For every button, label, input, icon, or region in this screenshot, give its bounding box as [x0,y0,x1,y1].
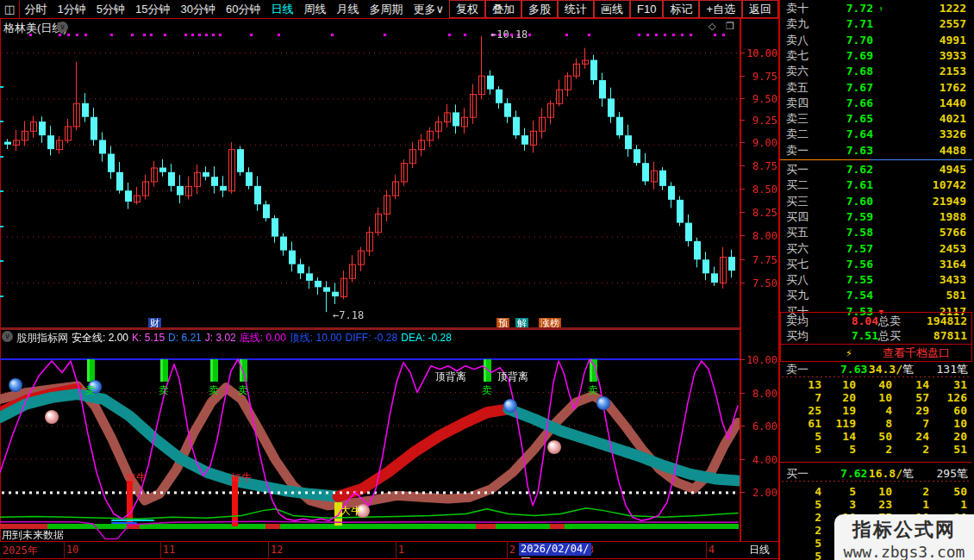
level-volume: 3433 [940,272,966,288]
period-tab-多周期[interactable]: 多周期 [364,1,408,18]
sell-row-卖三[interactable]: 卖三7.654021 [780,111,972,127]
total-sell-label: 总卖 [878,314,901,328]
timeline-4: 4 [709,544,715,556]
detail-cell: 2 [922,444,929,456]
sell-row-卖十[interactable]: 卖十7.721222↑ [780,1,972,16]
buy-row-买六[interactable]: 买六7.572453 [780,241,972,257]
level-price[interactable]: 7.67 [846,80,873,96]
level-price[interactable]: 7.72 [846,1,873,16]
candlestick-chart[interactable] [0,19,741,329]
detail-cell: 57 [915,392,929,404]
buy-detail-label: 买一 [786,467,809,481]
sell-row-卖二[interactable]: 卖二7.643326 [780,127,972,142]
buy-row-买八[interactable]: 买八7.553433 [780,272,972,288]
buy-row-买七[interactable]: 买七7.563164 [780,257,972,272]
level-price[interactable]: 7.68 [846,64,873,79]
level-price[interactable]: 7.57 [846,241,873,257]
period-tab-更多∨[interactable]: 更多∨ [408,1,449,18]
period-tab-周线[interactable]: 周线 [298,1,331,18]
action-button-+自选[interactable]: +自选 [699,0,742,18]
detail-cell: 2 [815,512,821,524]
timeline-separator [507,541,508,558]
view-thousand-levels-button[interactable]: ⚡ 查看千档盘口 [780,344,972,362]
period-tab-分时[interactable]: 分时 [20,1,53,18]
period-tab-1分钟[interactable]: 1分钟 [53,1,91,18]
level-price[interactable]: 7.62 [846,162,873,177]
period-tab-5分钟[interactable]: 5分钟 [91,1,130,18]
price-tick-8.00: 8.00 [743,230,777,242]
level-label: 买九 [786,288,809,303]
current-period-label[interactable]: 日线 [740,541,780,558]
level-price[interactable]: 7.58 [846,225,873,240]
action-button-复权[interactable]: 复权 [449,0,485,18]
detail-cell: 5 [815,499,821,511]
buy-row-买四[interactable]: 买四7.591988 [780,209,972,225]
sell-row-卖四[interactable]: 卖四7.661440 [780,96,972,111]
level-price[interactable]: 7.71 [846,16,873,32]
action-button-返回[interactable]: 返回 [742,0,778,18]
detail-cell: 40 [878,379,892,391]
action-button-叠加[interactable]: 叠加 [485,0,521,18]
sell-signal-label: 卖 [159,383,169,398]
level-price[interactable]: 7.61 [846,177,873,193]
period-tab-月线[interactable]: 月线 [331,1,364,18]
period-tab-30分钟[interactable]: 30分钟 [176,1,221,18]
period-tab-日线[interactable]: 日线 [265,1,298,18]
timeline-separator [160,541,161,558]
indicator-panel[interactable] [0,343,740,541]
buy-row-买一[interactable]: 买一7.624945 [780,162,972,177]
left-tick [0,156,3,158]
sell-avg-label: 卖均 [786,314,809,328]
buy-row-买五[interactable]: 买五7.585766 [780,225,972,240]
action-button-标记[interactable]: 标记 [663,0,699,18]
action-button-画线[interactable]: 画线 [594,0,630,18]
level-price[interactable]: 7.54 [846,288,873,303]
sell-per-order: 34.3/笔 [869,363,914,376]
order-book-panel: 卖十7.721222↑卖九7.712557卖八7.704991卖七7.69393… [780,0,974,560]
sell-row-卖七[interactable]: 卖七7.693933 [780,48,972,64]
level-volume: 3164 [940,257,966,272]
detail-cell: 10 [878,392,892,404]
level-price[interactable]: 7.64 [846,127,873,142]
level-price[interactable]: 7.63 [846,143,873,159]
indicator-collapse-icon[interactable]: ∨ [2,331,13,342]
level-price[interactable]: 7.59 [846,209,873,225]
period-tab-60分钟[interactable]: 60分钟 [221,1,265,18]
timeline-bottom-border [0,558,780,559]
level-price[interactable]: 7.65 [846,111,873,127]
window-icon[interactable]: ◫ [0,1,20,18]
level-price[interactable]: 7.60 [846,194,873,209]
level-volume: 1762 [940,80,966,96]
detail-row: 552251 [780,444,972,456]
buy-detail-price: 7.62 [840,467,867,481]
level-price[interactable]: 7.55 [846,272,873,288]
action-button-统计[interactable]: 统计 [558,0,594,18]
axis-tick [740,165,745,166]
level-price[interactable]: 7.56 [846,257,873,272]
low-price-annotation: ←7.18 [333,309,364,321]
indicator-tick-10.00: 10.00 [743,354,777,366]
indicator-tick-6.00: 6.00 [743,420,777,432]
sell-row-卖六[interactable]: 卖六7.682153 [780,64,972,79]
sell-row-卖九[interactable]: 卖九7.712557 [780,16,972,32]
sell-row-卖八[interactable]: 卖八7.704991 [780,33,972,48]
buy-row-买九[interactable]: 买九7.54581 [780,288,972,303]
price-tick-8.25: 8.25 [743,207,777,219]
price-tick-9.75: 9.75 [743,71,777,83]
detail-cell: 2 [885,444,892,456]
detail-cell: 4 [885,405,892,417]
level-label: 买三 [786,194,809,209]
buy-row-买二[interactable]: 买二7.6110742 [780,177,972,193]
level-volume: 581 [946,288,966,303]
level-price[interactable]: 7.69 [846,48,873,64]
sell-row-卖一[interactable]: 卖一7.634488 [780,143,972,159]
sell-row-卖五[interactable]: 卖五7.671762 [780,80,972,96]
axis-tick [740,98,745,99]
action-button-多股[interactable]: 多股 [521,0,558,18]
level-price[interactable]: 7.70 [846,33,873,48]
period-tab-15分钟[interactable]: 15分钟 [130,1,175,18]
action-button-F10[interactable]: F10 [630,0,663,18]
level-price[interactable]: 7.66 [846,96,873,111]
detail-cell: 61 [808,418,821,430]
buy-row-买三[interactable]: 买三7.6021949 [780,194,972,209]
